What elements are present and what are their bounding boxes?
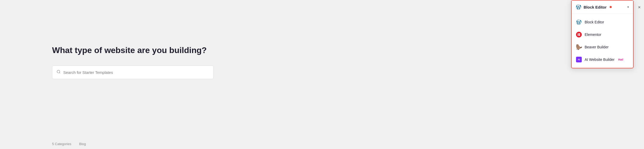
hot-badge: Hot!: [618, 58, 623, 61]
notification-dot: [610, 6, 612, 8]
svg-point-0: [57, 70, 60, 73]
page-content: What type of website are you building?: [0, 14, 644, 149]
svg-rect-6: [579, 34, 580, 35]
svg-rect-7: [579, 35, 580, 36]
ai-website-builder-icon: AI: [576, 56, 582, 63]
close-button[interactable]: ×: [636, 4, 643, 11]
svg-line-1: [59, 73, 60, 73]
top-bar: [0, 0, 644, 14]
block-editor-label: Block Editor: [585, 20, 604, 24]
dropdown-items-list: Block Editor Elementor: [572, 14, 633, 68]
filter-blog: Blog: [79, 142, 86, 146]
dropdown-item-block-editor[interactable]: Block Editor: [572, 16, 633, 28]
filter-categories: 5 Categories: [52, 142, 71, 146]
main-area: What type of website are you building? B…: [0, 0, 644, 149]
bottom-filter-bar: 5 Categories Blog: [0, 139, 644, 149]
elementor-icon: [576, 31, 582, 38]
dropdown-item-elementor[interactable]: Elementor: [572, 28, 633, 41]
beaver-builder-icon: 🦫: [576, 44, 582, 50]
dropdown-trigger[interactable]: Block Editor ▾: [572, 1, 633, 14]
beaver-emoji: 🦫: [576, 44, 582, 50]
beaver-builder-label: Beaver Builder: [585, 45, 609, 49]
chevron-down-icon: ▾: [627, 5, 629, 9]
svg-rect-5: [579, 33, 580, 34]
dropdown-trigger-left: Block Editor: [576, 4, 612, 10]
elementor-logo: [576, 32, 582, 37]
search-input[interactable]: [63, 70, 209, 75]
page-title: What type of website are you building?: [52, 46, 207, 55]
dropdown-item-ai-website-builder[interactable]: AI AI Website Builder Hot!: [572, 53, 633, 66]
search-bar: [52, 66, 214, 79]
search-icon: [57, 70, 61, 75]
elementor-label: Elementor: [585, 33, 601, 37]
builder-dropdown-panel: Block Editor ▾ × Block Editor: [571, 0, 634, 68]
svg-rect-4: [578, 33, 578, 36]
dropdown-trigger-label: Block Editor: [584, 5, 607, 9]
dropdown-item-beaver-builder[interactable]: 🦫 Beaver Builder: [572, 41, 633, 53]
block-editor-icon: [576, 19, 582, 25]
wordpress-logo-icon: [576, 4, 582, 10]
ai-logo: AI: [576, 57, 582, 62]
ai-website-builder-label: AI Website Builder: [585, 57, 615, 62]
